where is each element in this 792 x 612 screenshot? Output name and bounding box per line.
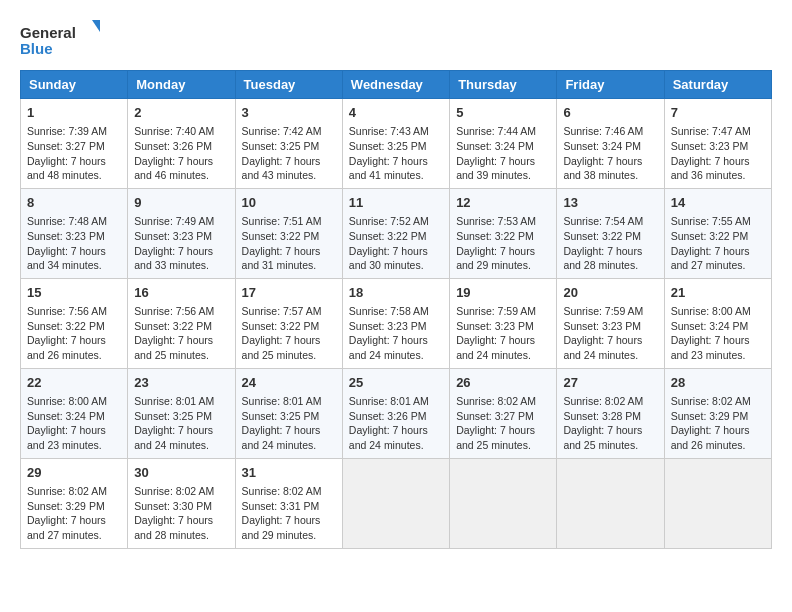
sunrise-text: Sunrise: 8:02 AM [134, 485, 214, 497]
day-number: 20 [563, 284, 657, 302]
sunset-text: Sunset: 3:22 PM [242, 320, 320, 332]
day-number: 21 [671, 284, 765, 302]
daylight-text: Daylight: 7 hours and 24 minutes. [563, 334, 642, 361]
day-number: 3 [242, 104, 336, 122]
sunset-text: Sunset: 3:22 PM [27, 320, 105, 332]
sunrise-text: Sunrise: 7:56 AM [27, 305, 107, 317]
day-number: 5 [456, 104, 550, 122]
daylight-text: Daylight: 7 hours and 24 minutes. [134, 424, 213, 451]
sunrise-text: Sunrise: 8:02 AM [563, 395, 643, 407]
sunrise-text: Sunrise: 8:01 AM [134, 395, 214, 407]
day-number: 9 [134, 194, 228, 212]
sunset-text: Sunset: 3:23 PM [349, 320, 427, 332]
day-number: 31 [242, 464, 336, 482]
sunrise-text: Sunrise: 8:02 AM [242, 485, 322, 497]
sunset-text: Sunset: 3:27 PM [27, 140, 105, 152]
sunset-text: Sunset: 3:29 PM [27, 500, 105, 512]
day-number: 26 [456, 374, 550, 392]
calendar-cell: 19Sunrise: 7:59 AMSunset: 3:23 PMDayligh… [450, 278, 557, 368]
sunset-text: Sunset: 3:24 PM [456, 140, 534, 152]
sunrise-text: Sunrise: 7:39 AM [27, 125, 107, 137]
calendar-cell: 14Sunrise: 7:55 AMSunset: 3:22 PMDayligh… [664, 188, 771, 278]
generalblue-logo: General Blue [20, 20, 100, 60]
day-number: 19 [456, 284, 550, 302]
sunset-text: Sunset: 3:22 PM [456, 230, 534, 242]
sunset-text: Sunset: 3:27 PM [456, 410, 534, 422]
sunrise-text: Sunrise: 7:58 AM [349, 305, 429, 317]
calendar-cell: 30Sunrise: 8:02 AMSunset: 3:30 PMDayligh… [128, 458, 235, 548]
calendar-cell [342, 458, 449, 548]
daylight-text: Daylight: 7 hours and 25 minutes. [456, 424, 535, 451]
sunset-text: Sunset: 3:23 PM [134, 230, 212, 242]
sunset-text: Sunset: 3:25 PM [242, 140, 320, 152]
daylight-text: Daylight: 7 hours and 33 minutes. [134, 245, 213, 272]
daylight-text: Daylight: 7 hours and 27 minutes. [27, 514, 106, 541]
calendar-cell: 31Sunrise: 8:02 AMSunset: 3:31 PMDayligh… [235, 458, 342, 548]
day-number: 18 [349, 284, 443, 302]
weekday-header-thursday: Thursday [450, 71, 557, 99]
sunrise-text: Sunrise: 7:54 AM [563, 215, 643, 227]
sunrise-text: Sunrise: 7:46 AM [563, 125, 643, 137]
day-number: 13 [563, 194, 657, 212]
calendar-week-1: 1Sunrise: 7:39 AMSunset: 3:27 PMDaylight… [21, 99, 772, 189]
daylight-text: Daylight: 7 hours and 27 minutes. [671, 245, 750, 272]
day-number: 8 [27, 194, 121, 212]
sunset-text: Sunset: 3:24 PM [27, 410, 105, 422]
sunrise-text: Sunrise: 8:02 AM [456, 395, 536, 407]
calendar-header-row: SundayMondayTuesdayWednesdayThursdayFrid… [21, 71, 772, 99]
sunrise-text: Sunrise: 8:01 AM [242, 395, 322, 407]
svg-text:General: General [20, 24, 76, 41]
daylight-text: Daylight: 7 hours and 25 minutes. [563, 424, 642, 451]
daylight-text: Daylight: 7 hours and 41 minutes. [349, 155, 428, 182]
sunrise-text: Sunrise: 7:56 AM [134, 305, 214, 317]
day-number: 15 [27, 284, 121, 302]
sunset-text: Sunset: 3:29 PM [671, 410, 749, 422]
sunset-text: Sunset: 3:22 PM [134, 320, 212, 332]
sunrise-text: Sunrise: 8:00 AM [671, 305, 751, 317]
day-number: 28 [671, 374, 765, 392]
weekday-header-sunday: Sunday [21, 71, 128, 99]
logo: General Blue [20, 20, 100, 60]
weekday-header-wednesday: Wednesday [342, 71, 449, 99]
sunrise-text: Sunrise: 8:00 AM [27, 395, 107, 407]
day-number: 6 [563, 104, 657, 122]
calendar-week-2: 8Sunrise: 7:48 AMSunset: 3:23 PMDaylight… [21, 188, 772, 278]
sunset-text: Sunset: 3:22 PM [563, 230, 641, 242]
sunset-text: Sunset: 3:30 PM [134, 500, 212, 512]
calendar-week-4: 22Sunrise: 8:00 AMSunset: 3:24 PMDayligh… [21, 368, 772, 458]
sunrise-text: Sunrise: 7:48 AM [27, 215, 107, 227]
calendar-table: SundayMondayTuesdayWednesdayThursdayFrid… [20, 70, 772, 549]
daylight-text: Daylight: 7 hours and 30 minutes. [349, 245, 428, 272]
calendar-cell [664, 458, 771, 548]
calendar-cell: 10Sunrise: 7:51 AMSunset: 3:22 PMDayligh… [235, 188, 342, 278]
daylight-text: Daylight: 7 hours and 38 minutes. [563, 155, 642, 182]
sunset-text: Sunset: 3:31 PM [242, 500, 320, 512]
day-number: 25 [349, 374, 443, 392]
daylight-text: Daylight: 7 hours and 25 minutes. [242, 334, 321, 361]
calendar-cell: 25Sunrise: 8:01 AMSunset: 3:26 PMDayligh… [342, 368, 449, 458]
calendar-cell: 13Sunrise: 7:54 AMSunset: 3:22 PMDayligh… [557, 188, 664, 278]
calendar-body: 1Sunrise: 7:39 AMSunset: 3:27 PMDaylight… [21, 99, 772, 549]
calendar-cell: 28Sunrise: 8:02 AMSunset: 3:29 PMDayligh… [664, 368, 771, 458]
sunset-text: Sunset: 3:25 PM [242, 410, 320, 422]
day-number: 27 [563, 374, 657, 392]
calendar-cell: 22Sunrise: 8:00 AMSunset: 3:24 PMDayligh… [21, 368, 128, 458]
calendar-cell: 5Sunrise: 7:44 AMSunset: 3:24 PMDaylight… [450, 99, 557, 189]
sunrise-text: Sunrise: 7:43 AM [349, 125, 429, 137]
calendar-week-5: 29Sunrise: 8:02 AMSunset: 3:29 PMDayligh… [21, 458, 772, 548]
calendar-cell: 7Sunrise: 7:47 AMSunset: 3:23 PMDaylight… [664, 99, 771, 189]
day-number: 1 [27, 104, 121, 122]
sunset-text: Sunset: 3:25 PM [349, 140, 427, 152]
day-number: 4 [349, 104, 443, 122]
calendar-cell [557, 458, 664, 548]
sunset-text: Sunset: 3:23 PM [671, 140, 749, 152]
sunset-text: Sunset: 3:26 PM [349, 410, 427, 422]
calendar-cell: 17Sunrise: 7:57 AMSunset: 3:22 PMDayligh… [235, 278, 342, 368]
sunrise-text: Sunrise: 7:49 AM [134, 215, 214, 227]
calendar-week-3: 15Sunrise: 7:56 AMSunset: 3:22 PMDayligh… [21, 278, 772, 368]
weekday-header-saturday: Saturday [664, 71, 771, 99]
calendar-cell: 3Sunrise: 7:42 AMSunset: 3:25 PMDaylight… [235, 99, 342, 189]
sunrise-text: Sunrise: 7:47 AM [671, 125, 751, 137]
daylight-text: Daylight: 7 hours and 23 minutes. [27, 424, 106, 451]
daylight-text: Daylight: 7 hours and 24 minutes. [349, 334, 428, 361]
